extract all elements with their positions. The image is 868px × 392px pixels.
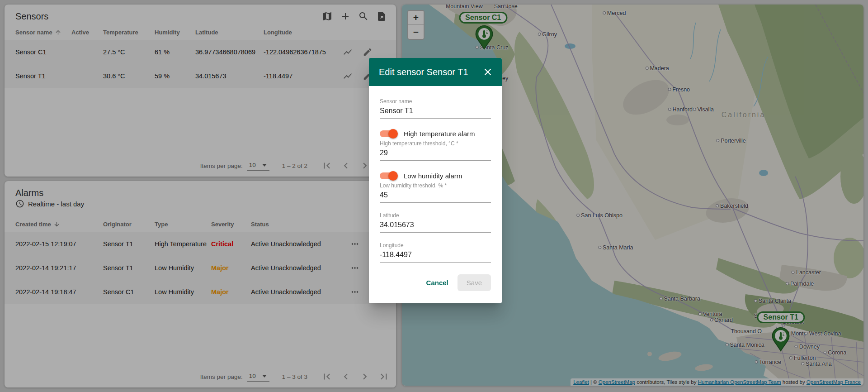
latitude-field: Latitude 34.015673	[380, 212, 491, 233]
high-temp-alarm-label: High temperature alarm	[404, 130, 475, 138]
sensor-name-field: Sensor name Sensor T1	[380, 98, 491, 119]
longitude-label: Longitude	[380, 242, 491, 249]
cancel-button[interactable]: Cancel	[421, 275, 454, 291]
dialog-title: Edit sensor Sensor T1	[379, 67, 468, 77]
latitude-label: Latitude	[380, 212, 491, 219]
low-humidity-threshold-label: Low humidity threshold, % *	[380, 182, 491, 189]
longitude-field: Longitude -118.4497	[380, 242, 491, 263]
dialog-header: Edit sensor Sensor T1	[369, 58, 502, 86]
sensor-name-label: Sensor name	[380, 98, 491, 105]
save-button[interactable]: Save	[458, 274, 491, 291]
close-icon[interactable]	[483, 67, 493, 77]
sensor-name-input[interactable]: Sensor T1	[380, 107, 491, 119]
low-humidity-threshold-input[interactable]: 45	[380, 191, 491, 203]
low-humidity-alarm-label: Low humidity alarm	[404, 172, 462, 180]
low-humidity-alarm-toggle[interactable]	[380, 172, 397, 179]
high-temp-threshold-label: High temperature threshold, °C *	[380, 140, 491, 147]
high-temp-threshold-field: High temperature threshold, °C * 29	[380, 140, 491, 161]
high-temp-alarm-toggle[interactable]	[380, 130, 397, 137]
latitude-input[interactable]: 34.015673	[380, 221, 491, 233]
low-humidity-threshold-field: Low humidity threshold, % * 45	[380, 182, 491, 203]
edit-sensor-dialog: Edit sensor Sensor T1 Sensor name Sensor…	[369, 58, 502, 303]
longitude-input[interactable]: -118.4497	[380, 251, 491, 263]
high-temp-threshold-input[interactable]: 29	[380, 149, 491, 161]
